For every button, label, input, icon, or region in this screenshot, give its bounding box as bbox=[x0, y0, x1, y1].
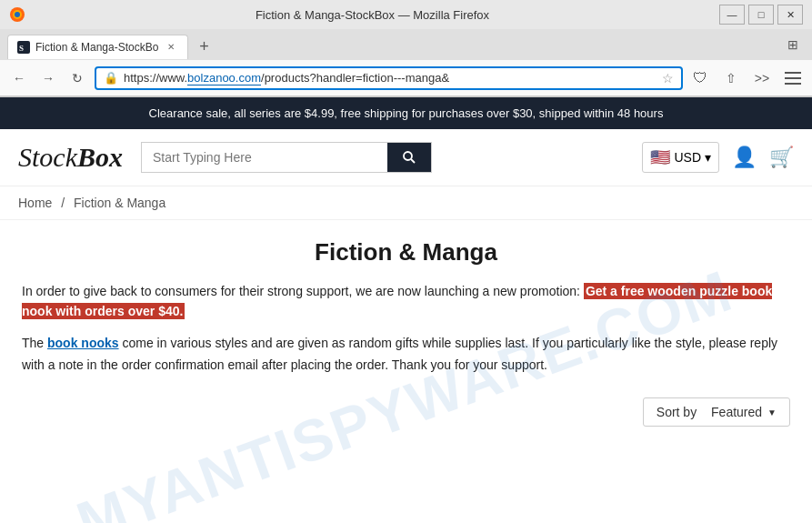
search-input[interactable] bbox=[142, 143, 387, 172]
currency-label: USD bbox=[674, 150, 701, 165]
body-text-before: The bbox=[22, 336, 47, 350]
site-logo[interactable]: StockBox bbox=[18, 142, 123, 173]
bookmark-star-icon[interactable]: ☆ bbox=[662, 71, 674, 85]
book-nooks-link[interactable]: book nooks bbox=[47, 336, 119, 350]
banner-text: Clearance sale, all series are $4.99, fr… bbox=[149, 106, 664, 120]
lock-icon: 🔒 bbox=[104, 71, 118, 85]
cart-icon[interactable]: 🛒 bbox=[769, 146, 794, 169]
window-controls: — □ ✕ bbox=[719, 5, 803, 25]
search-bar bbox=[141, 142, 432, 173]
sort-button[interactable]: Sort by Featured ▼ bbox=[643, 397, 790, 427]
active-tab[interactable]: S Fiction & Manga-StockBo ✕ bbox=[7, 35, 188, 59]
menu-button[interactable] bbox=[781, 66, 805, 90]
search-button[interactable] bbox=[387, 143, 431, 172]
tab-close-button[interactable]: ✕ bbox=[164, 40, 178, 55]
svg-text:S: S bbox=[19, 44, 24, 53]
sort-bar: Sort by Featured ▼ bbox=[22, 390, 790, 427]
url-highlight-text: bolzanoo.com bbox=[187, 71, 261, 85]
firefox-icon bbox=[9, 6, 25, 23]
sort-value: Featured bbox=[711, 405, 762, 419]
promo-paragraph: In order to give back to consumers for t… bbox=[22, 281, 790, 322]
header-right: 🇺🇸 USD ▾ 👤 🛒 bbox=[642, 142, 794, 173]
menu-line-3 bbox=[785, 83, 801, 85]
sync-icon[interactable]: ⇧ bbox=[719, 66, 743, 90]
url-bar[interactable]: 🔒 https://www.bolzanoo.com/products?hand… bbox=[95, 66, 683, 90]
address-bar: ← → ↻ 🔒 https://www.bolzanoo.com/product… bbox=[0, 60, 812, 96]
toolbar-right: 🛡 ⇧ >> bbox=[688, 66, 805, 90]
back-button[interactable]: ← bbox=[7, 66, 31, 90]
breadcrumb-current-page: Fiction & Manga bbox=[74, 196, 165, 210]
site-banner: Clearance sale, all series are $4.99, fr… bbox=[0, 97, 812, 129]
url-suffix: /products?handler=fiction---manga& bbox=[261, 71, 449, 85]
page-title: Fiction & Manga bbox=[22, 238, 790, 267]
promo-text-before: In order to give back to consumers for t… bbox=[22, 284, 584, 298]
sort-label: Sort by bbox=[657, 405, 697, 419]
logo-stock: Stock bbox=[18, 142, 77, 172]
currency-chevron-icon: ▾ bbox=[705, 150, 711, 165]
breadcrumb: Home / Fiction & Manga bbox=[0, 186, 812, 220]
flag-icon: 🇺🇸 bbox=[650, 147, 670, 167]
tab-bar: S Fiction & Manga-StockBo ✕ + ⊞ bbox=[0, 29, 812, 60]
window-title: Fiction & Manga-StockBox — Mozilla Firef… bbox=[25, 8, 719, 22]
url-prefix: https://www. bbox=[124, 71, 187, 85]
page-content: Fiction & Manga In order to give back to… bbox=[0, 220, 812, 445]
extensions-button[interactable]: ⊞ bbox=[781, 33, 805, 56]
tab-title: Fiction & Manga-StockBo bbox=[35, 41, 158, 54]
breadcrumb-separator: / bbox=[61, 196, 65, 210]
url-icons: 🔒 bbox=[104, 71, 118, 85]
svg-point-5 bbox=[404, 152, 412, 160]
url-text: https://www.bolzanoo.com/products?handle… bbox=[124, 71, 657, 85]
maximize-button[interactable]: □ bbox=[748, 5, 774, 25]
breadcrumb-home-link[interactable]: Home bbox=[18, 196, 52, 210]
new-tab-button[interactable]: + bbox=[192, 35, 216, 58]
reload-button[interactable]: ↻ bbox=[65, 66, 89, 90]
svg-point-2 bbox=[15, 12, 20, 17]
containers-icon[interactable]: 🛡 bbox=[688, 66, 712, 90]
body-text-after: come in various styles and are given as … bbox=[22, 336, 777, 372]
svg-line-6 bbox=[411, 159, 415, 163]
search-icon bbox=[402, 150, 416, 165]
more-tools-icon[interactable]: >> bbox=[750, 66, 774, 90]
logo-box: Box bbox=[77, 142, 123, 172]
close-button[interactable]: ✕ bbox=[777, 5, 803, 25]
currency-selector[interactable]: 🇺🇸 USD ▾ bbox=[642, 142, 719, 173]
site-header: StockBox 🇺🇸 USD ▾ 👤 🛒 bbox=[0, 129, 812, 186]
tab-favicon: S bbox=[17, 41, 30, 54]
forward-button[interactable]: → bbox=[36, 66, 60, 90]
body-paragraph: The book nooks come in various styles an… bbox=[22, 333, 790, 377]
menu-line-1 bbox=[785, 72, 801, 74]
title-bar: Fiction & Manga-StockBox — Mozilla Firef… bbox=[0, 0, 812, 29]
account-icon[interactable]: 👤 bbox=[732, 146, 757, 169]
sort-chevron-icon: ▼ bbox=[767, 407, 777, 417]
menu-line-2 bbox=[785, 77, 801, 79]
minimize-button[interactable]: — bbox=[719, 5, 745, 25]
